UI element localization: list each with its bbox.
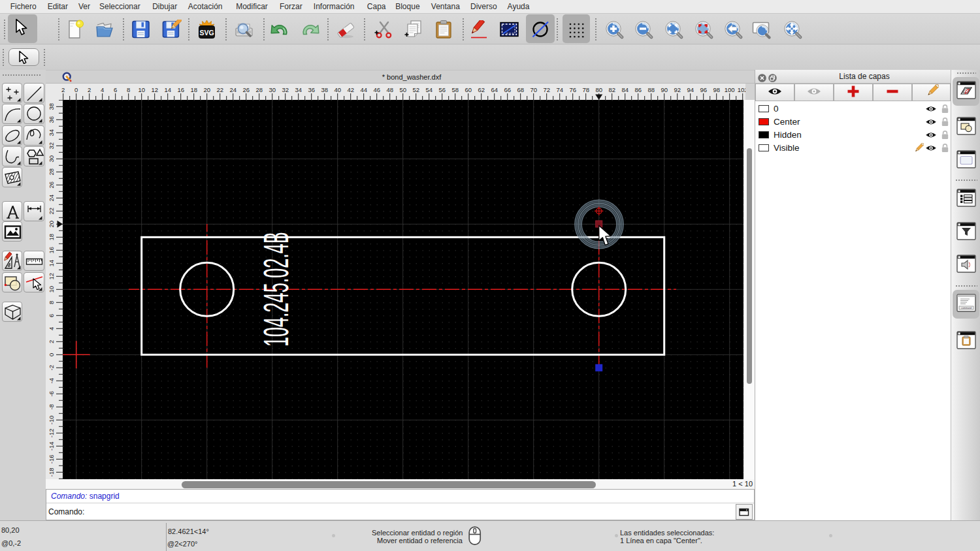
- svg-text:36: 36: [48, 116, 55, 123]
- svg-text:60: 60: [465, 86, 472, 93]
- svg-text:-18: -18: [48, 467, 55, 477]
- svg-text:36: 36: [308, 86, 315, 93]
- svg-text:22: 22: [216, 86, 223, 93]
- svg-text:4: 4: [48, 327, 55, 330]
- svg-text:32: 32: [282, 86, 289, 93]
- svg-text:-2: -2: [48, 365, 55, 370]
- svg-text:20: 20: [48, 221, 55, 228]
- svg-text:88: 88: [647, 86, 655, 93]
- svg-text:58: 58: [451, 86, 459, 93]
- svg-text:16: 16: [48, 247, 55, 254]
- svg-text:34: 34: [48, 129, 55, 136]
- svg-text:18: 18: [48, 234, 55, 241]
- svg-text:56: 56: [438, 86, 446, 93]
- svg-text:66: 66: [504, 86, 511, 93]
- svg-text:16: 16: [177, 86, 184, 93]
- svg-text:0: 0: [74, 86, 78, 93]
- svg-text:8: 8: [48, 301, 55, 304]
- svg-text:90: 90: [661, 86, 668, 93]
- svg-text:92: 92: [674, 86, 681, 93]
- svg-text:SVG: SVG: [199, 29, 214, 37]
- svg-text:38: 38: [321, 86, 328, 93]
- svg-text:-8: -8: [48, 404, 55, 409]
- svg-text:12: 12: [151, 86, 158, 93]
- svg-text:26: 26: [242, 86, 250, 93]
- svg-text:-6: -6: [48, 391, 55, 396]
- svg-text:98: 98: [713, 86, 720, 93]
- svg-text:62: 62: [478, 86, 485, 93]
- svg-text:2: 2: [48, 340, 55, 343]
- svg-text:24: 24: [229, 86, 237, 93]
- svg-text:2: 2: [61, 86, 65, 93]
- svg-text:104.245.02.4B: 104.245.02.4B: [257, 232, 295, 347]
- svg-text:24: 24: [48, 195, 55, 202]
- svg-text:0: 0: [48, 353, 55, 356]
- svg-text:-10: -10: [48, 415, 55, 424]
- svg-text:50: 50: [399, 86, 406, 93]
- svg-text:2: 2: [88, 86, 91, 93]
- svg-text:64: 64: [491, 86, 498, 93]
- svg-text:14: 14: [164, 86, 171, 93]
- svg-text:6: 6: [48, 314, 55, 317]
- svg-text:102: 102: [738, 86, 745, 93]
- svg-text:72: 72: [543, 86, 550, 93]
- svg-text:command: command: [961, 307, 972, 309]
- svg-text:42: 42: [347, 86, 354, 93]
- svg-text:32: 32: [48, 142, 55, 150]
- svg-text:4: 4: [101, 86, 104, 93]
- svg-text:34: 34: [295, 86, 302, 93]
- svg-text:-16: -16: [48, 454, 55, 464]
- svg-text:28: 28: [48, 168, 55, 176]
- svg-text:54: 54: [425, 86, 433, 93]
- svg-text:30: 30: [269, 86, 276, 93]
- svg-text:94: 94: [687, 86, 694, 93]
- svg-text:74: 74: [556, 86, 563, 93]
- svg-text:26: 26: [48, 181, 55, 189]
- svg-text:40: 40: [334, 86, 341, 93]
- svg-text:10: 10: [48, 286, 55, 293]
- svg-text:100: 100: [725, 86, 735, 93]
- svg-text:70: 70: [530, 86, 537, 93]
- svg-text:82: 82: [608, 86, 615, 93]
- svg-text:30: 30: [48, 155, 55, 163]
- svg-text:20: 20: [203, 86, 210, 93]
- svg-text:48: 48: [386, 86, 393, 93]
- svg-text:-12: -12: [48, 428, 55, 437]
- svg-text:-14: -14: [48, 441, 55, 450]
- svg-text:14: 14: [48, 260, 55, 267]
- svg-text:76: 76: [569, 86, 576, 93]
- svg-text:12: 12: [48, 273, 55, 280]
- svg-text:78: 78: [582, 86, 589, 93]
- svg-text:44: 44: [360, 86, 367, 93]
- svg-text:8: 8: [127, 86, 130, 93]
- svg-text:22: 22: [48, 208, 55, 215]
- svg-text:46: 46: [373, 86, 380, 93]
- svg-text:80: 80: [595, 86, 602, 93]
- svg-text:18: 18: [190, 86, 197, 93]
- svg-text:84: 84: [621, 86, 629, 93]
- svg-text:96: 96: [700, 86, 707, 93]
- svg-text:52: 52: [412, 86, 419, 93]
- svg-text:-4: -4: [48, 378, 55, 383]
- svg-text:10: 10: [138, 86, 145, 93]
- svg-text:28: 28: [255, 86, 263, 93]
- svg-text:6: 6: [114, 86, 117, 93]
- svg-text:38: 38: [48, 103, 55, 110]
- svg-text:86: 86: [634, 86, 642, 93]
- svg-text:68: 68: [517, 86, 524, 93]
